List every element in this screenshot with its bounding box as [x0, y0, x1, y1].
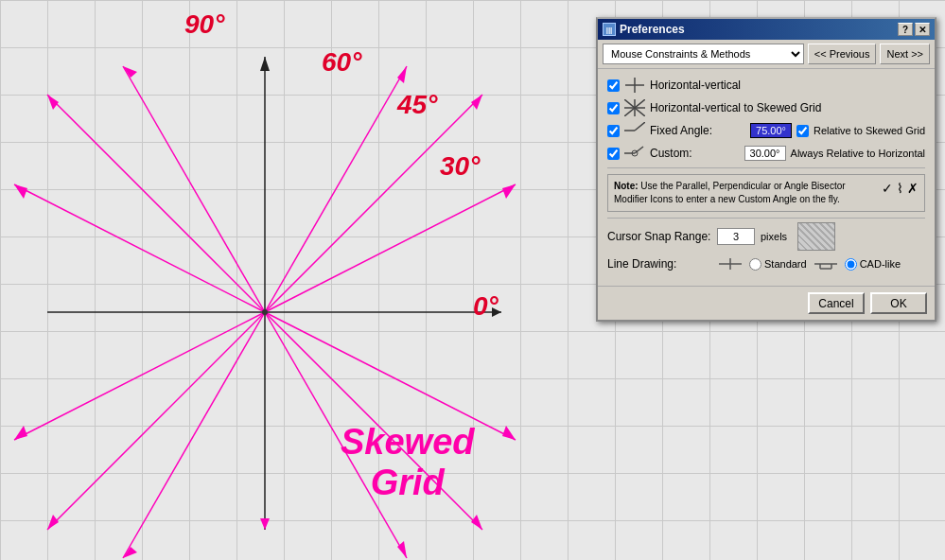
preferences-dialog: ||| Preferences ? ✕ Mouse Constraints & … [596, 17, 936, 322]
svg-line-36 [635, 122, 645, 131]
custom-label: Custom: [650, 147, 740, 160]
prev-button[interactable]: << Previous [808, 44, 877, 64]
cursor-snap-label: Cursor Snap Range: [607, 230, 711, 243]
dialog-titlebar: ||| Preferences ? ✕ [598, 19, 935, 40]
constraint-dropdown[interactable]: Mouse Constraints & Methods [603, 44, 804, 64]
horiz-vert-skewed-checkbox[interactable] [607, 102, 620, 114]
custom-checkbox[interactable] [607, 148, 620, 160]
dialog-footer: Cancel OK [598, 286, 935, 320]
cursor-snap-row: Cursor Snap Range: pixels [607, 222, 925, 251]
divider-1 [607, 167, 925, 168]
svg-marker-22 [471, 515, 482, 530]
horiz-vert-skewed-row: Horizontal-vertical to Skewed Grid [607, 99, 925, 116]
angle-label-0: 0° [473, 291, 499, 322]
note-box: ✓ ⌇ ✗ Note: Use the Parallel, Perpendicu… [607, 174, 925, 212]
horiz-vert-checkbox[interactable] [607, 79, 620, 92]
horiz-vert-icon [624, 77, 645, 94]
line-drawing-row: Line Drawing: Standard CAD-like [607, 255, 925, 272]
angle-label-45: 45° [397, 90, 437, 120]
svg-marker-24 [47, 95, 59, 110]
dialog-title: Preferences [620, 23, 685, 36]
close-button[interactable]: ✕ [915, 23, 930, 36]
svg-marker-10 [471, 95, 482, 110]
horiz-vert-skewed-label: Horizontal-vertical to Skewed Grid [650, 101, 925, 114]
custom-row: Custom: Always Relative to Horizontal [607, 145, 925, 162]
svg-marker-16 [14, 426, 27, 440]
svg-marker-14 [502, 184, 516, 199]
canvas-area: 90° 60° 45° 30° 0° Skewed Grid [0, 0, 596, 560]
svg-line-11 [47, 312, 265, 530]
svg-line-9 [265, 95, 482, 312]
angle-label-30: 30° [440, 151, 480, 182]
note-label: Note: [614, 181, 639, 191]
svg-line-23 [47, 95, 265, 312]
cadlike-icon [813, 255, 839, 272]
svg-marker-12 [47, 515, 59, 530]
standard-label: Standard [764, 258, 807, 270]
ok-button[interactable]: OK [870, 292, 927, 314]
angle-label-90: 90° [184, 9, 224, 40]
titlebar-buttons: ? ✕ [898, 23, 930, 36]
standard-radio[interactable] [749, 258, 761, 271]
fixed-angle-input[interactable] [750, 123, 792, 138]
cadlike-radio-label[interactable]: CAD-like [845, 258, 901, 271]
dialog-toolbar: Mouse Constraints & Methods << Previous … [598, 40, 935, 69]
relative-skewed-label: Relative to Skewed Grid [814, 125, 925, 136]
svg-marker-28 [123, 66, 137, 78]
svg-marker-4 [260, 518, 270, 530]
fixed-angle-checkbox[interactable] [607, 125, 620, 137]
horiz-vert-skewed-icon [624, 99, 645, 116]
titlebar-left: ||| Preferences [603, 23, 685, 36]
relative-skewed-checkbox[interactable] [796, 125, 809, 137]
cancel-button[interactable]: Cancel [808, 292, 865, 314]
divider-2 [607, 218, 925, 219]
next-button[interactable]: Next >> [880, 44, 930, 64]
svg-marker-20 [14, 184, 27, 199]
cursor-snap-unit: pixels [761, 231, 787, 242]
svg-point-29 [262, 309, 268, 315]
fixed-angle-label: Fixed Angle: [650, 124, 745, 137]
cursor-snap-input[interactable] [717, 228, 755, 245]
svg-marker-18 [502, 426, 516, 440]
cadlike-radio[interactable] [845, 258, 857, 271]
svg-line-38 [635, 147, 643, 153]
svg-marker-8 [123, 547, 137, 558]
snap-icon [797, 222, 835, 251]
skewed-grid-label: Skewed Grid [341, 422, 475, 503]
standard-radio-label[interactable]: Standard [749, 258, 807, 271]
custom-icon [624, 145, 645, 162]
angle-label-60: 60° [322, 47, 361, 78]
standard-icon [717, 255, 744, 272]
fixed-angle-icon [624, 122, 645, 139]
horiz-vert-label: Horizontal-vertical [650, 79, 925, 92]
cadlike-label: CAD-like [860, 258, 901, 270]
note-text: Use the Parallel, Perpendicular or Angle… [614, 181, 846, 204]
app-icon: ||| [603, 23, 616, 36]
custom-angle-input[interactable] [744, 146, 786, 161]
fixed-angle-row: Fixed Angle: Relative to Skewed Grid [607, 122, 925, 139]
help-button[interactable]: ? [898, 23, 913, 36]
line-drawing-label: Line Drawing: [607, 257, 711, 271]
angle-diagram [0, 0, 596, 560]
svg-marker-3 [260, 57, 270, 71]
horiz-vert-row: Horizontal-vertical [607, 77, 925, 94]
note-icons: ✓ ⌇ ✗ [882, 180, 919, 199]
custom-extra-label: Always Relative to Horizontal [791, 148, 925, 159]
dialog-body: Horizontal-vertical Horizontal-vertical … [598, 69, 935, 286]
